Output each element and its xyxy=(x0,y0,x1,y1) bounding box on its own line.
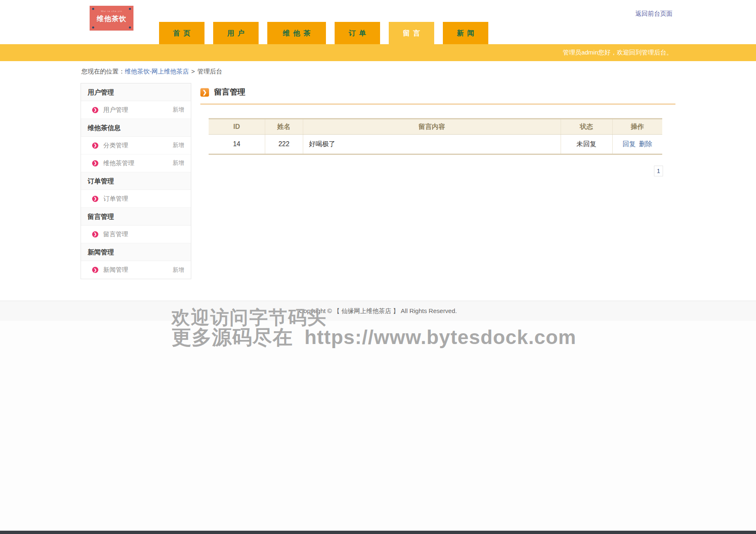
page-title-row: ❯ 留言管理 xyxy=(200,87,675,97)
add-new-link[interactable]: 新增 xyxy=(173,106,184,114)
sidebar-item-label[interactable]: 留言管理 xyxy=(103,230,184,238)
add-new-link[interactable]: 新增 xyxy=(173,266,184,274)
sidebar-item-label[interactable]: 维他茶管理 xyxy=(103,159,173,167)
content-area: 您现在的位置：维他茶饮-网上维他茶店>管理后台 用户管理 ❯ 用户管理 新增 维… xyxy=(0,61,756,301)
sidebar-item-category-management[interactable]: ❯ 分类管理 新增 xyxy=(81,137,191,154)
sidebar: 用户管理 ❯ 用户管理 新增 维他茶信息 ❯ 分类管理 新增 ❯ 维他茶管理 新… xyxy=(81,83,191,279)
breadcrumb-site-link[interactable]: 维他茶饮-网上维他茶店 xyxy=(125,68,189,75)
arrow-circle-icon: ❯ xyxy=(92,142,98,149)
sidebar-item-label[interactable]: 新闻管理 xyxy=(103,266,173,274)
breadcrumb-prefix: 您现在的位置： xyxy=(81,68,125,75)
welcome-text: 管理员admin您好，欢迎回到管理后台。 xyxy=(563,49,673,57)
empty-background xyxy=(0,321,756,531)
logo-pin-icon xyxy=(129,26,131,28)
sidebar-section-vita-tea-info: 维他茶信息 xyxy=(81,119,191,137)
tab-home[interactable]: 首页 xyxy=(159,22,204,44)
sidebar-item-user-management[interactable]: ❯ 用户管理 新增 xyxy=(81,101,191,119)
arrow-circle-icon: ❯ xyxy=(92,267,98,273)
add-new-link[interactable]: 新增 xyxy=(173,142,184,149)
logo-pin-icon xyxy=(92,8,94,10)
logo-pin-icon xyxy=(129,8,131,10)
cell-actions: 回复删除 xyxy=(612,135,662,154)
add-new-link[interactable]: 新增 xyxy=(173,159,184,167)
cell-status: 未回复 xyxy=(561,135,612,154)
pagination: 1 xyxy=(200,166,663,176)
breadcrumb-separator: > xyxy=(191,68,195,75)
page-title: 留言管理 xyxy=(214,87,245,97)
col-header-actions: 操作 xyxy=(612,119,662,135)
sidebar-section-orders: 订单管理 xyxy=(81,172,191,190)
table-row: 14 222 好喝极了 未回复 回复删除 xyxy=(209,135,662,154)
welcome-bar: 管理员admin您好，欢迎回到管理后台。 xyxy=(0,44,756,61)
copyright-text: Copyright © 【 仙缘网上维他茶店 】 All Rights Rese… xyxy=(299,307,457,315)
col-header-id: ID xyxy=(209,119,265,135)
logo-subtitle: Wei ta cha yin xyxy=(90,10,133,12)
col-header-content: 留言内容 xyxy=(303,119,561,135)
tab-users[interactable]: 用户 xyxy=(213,22,259,44)
cell-name: 222 xyxy=(265,135,303,154)
col-header-name: 姓名 xyxy=(265,119,303,135)
messages-table: ID 姓名 留言内容 状态 操作 14 222 好喝极了 未回复 xyxy=(209,118,662,155)
sidebar-item-label[interactable]: 分类管理 xyxy=(103,142,173,150)
sidebar-item-vita-tea-management[interactable]: ❯ 维他茶管理 新增 xyxy=(81,154,191,172)
sidebar-item-order-management[interactable]: ❯ 订单管理 xyxy=(81,190,191,208)
arrow-circle-icon: ❯ xyxy=(92,160,98,166)
back-to-frontend-link[interactable]: 返回前台页面 xyxy=(635,10,673,18)
sidebar-item-label[interactable]: 订单管理 xyxy=(103,195,184,203)
main-panel: ❯ 留言管理 ID 姓名 留言内容 状态 操作 xyxy=(200,83,675,176)
logo-title: 维他茶饮 xyxy=(90,14,133,24)
arrow-circle-icon: ❯ xyxy=(92,231,98,237)
sidebar-item-label[interactable]: 用户管理 xyxy=(103,106,173,114)
table-header-row: ID 姓名 留言内容 状态 操作 xyxy=(209,119,662,135)
arrow-circle-icon: ❯ xyxy=(92,107,98,113)
main-nav: 首页 用户 维他茶 订单 留言 新闻 xyxy=(159,22,488,44)
logo-pin-icon xyxy=(92,26,94,28)
tab-messages[interactable]: 留言 xyxy=(389,22,434,44)
tab-vita-tea[interactable]: 维他茶 xyxy=(267,22,326,44)
sidebar-section-users: 用户管理 xyxy=(81,83,191,101)
sidebar-section-news: 新闻管理 xyxy=(81,243,191,261)
footer: Copyright © 【 仙缘网上维他茶店 】 All Rights Rese… xyxy=(0,301,756,321)
admin-page: Wei ta cha yin 维他茶饮 返回前台页面 首页 用户 维他茶 订单 … xyxy=(0,0,756,534)
site-logo: Wei ta cha yin 维他茶饮 xyxy=(90,6,133,31)
delete-link[interactable]: 删除 xyxy=(639,140,652,147)
page-number-1[interactable]: 1 xyxy=(654,166,663,176)
breadcrumb-current: 管理后台 xyxy=(197,68,222,75)
tab-news[interactable]: 新闻 xyxy=(443,22,488,44)
sidebar-item-news-management[interactable]: ❯ 新闻管理 新增 xyxy=(81,261,191,279)
cell-content: 好喝极了 xyxy=(303,135,561,154)
col-header-status: 状态 xyxy=(561,119,612,135)
bottom-edge-bar xyxy=(0,531,756,534)
sidebar-item-message-management[interactable]: ❯ 留言管理 xyxy=(81,225,191,243)
tab-orders[interactable]: 订单 xyxy=(335,22,380,44)
cell-id: 14 xyxy=(209,135,265,154)
arrow-circle-icon: ❯ xyxy=(92,196,98,202)
sidebar-section-messages: 留言管理 xyxy=(81,208,191,225)
header: Wei ta cha yin 维他茶饮 返回前台页面 首页 用户 维他茶 订单 … xyxy=(0,0,756,44)
breadcrumb: 您现在的位置：维他茶饮-网上维他茶店>管理后台 xyxy=(81,61,675,83)
orange-arrow-icon: ❯ xyxy=(200,88,209,97)
reply-link[interactable]: 回复 xyxy=(623,140,636,147)
title-divider xyxy=(200,104,675,104)
